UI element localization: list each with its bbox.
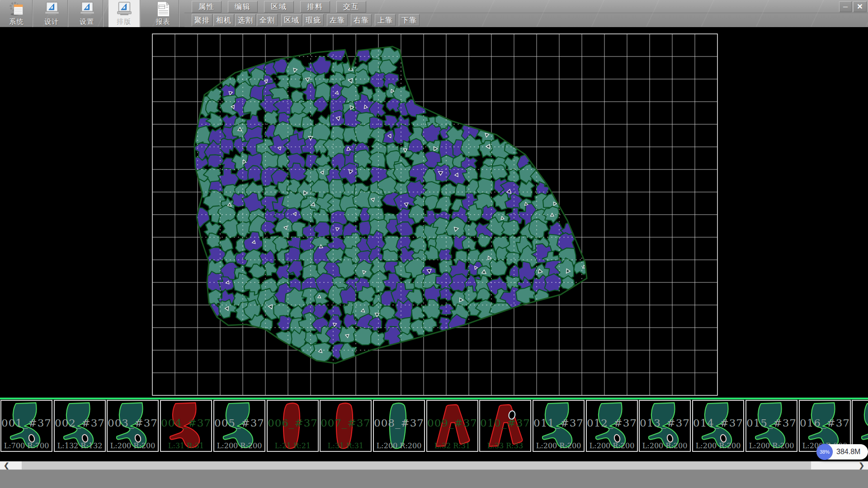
memory-usage-badge[interactable]: 38% 384.8M (816, 444, 868, 460)
nesting-canvas[interactable] (0, 27, 868, 398)
thumbnail-cell-14[interactable]: 014_#37 L:200 R:200 (692, 400, 744, 452)
menu-button-properties[interactable]: 属性 (192, 1, 222, 13)
thumbnail-cell-15[interactable]: 015_#37 L:200 R:200 (745, 400, 797, 452)
thumbnail-cell-5[interactable]: 005_#37 L:200 R:200 (213, 400, 265, 452)
piece-shape-icon (6, 401, 47, 451)
nesting-icon (116, 1, 133, 17)
piece-shape-icon (592, 401, 632, 451)
app-tab-label: 报表 (147, 18, 179, 26)
thumbnail-cell-11[interactable]: 011_#37 L:200 R:200 (533, 400, 585, 452)
tool-button-cut-all[interactable]: 全割 (257, 14, 278, 26)
app-tab-label: 系统 (1, 18, 32, 26)
piece-shape-icon (60, 401, 100, 451)
thumbnail-cell-4[interactable]: 004_#37 L:31 R:31 (160, 400, 212, 452)
thumbnail-cell-2[interactable]: 002_#37 L:132 R:132 (54, 400, 106, 452)
app-tab-report[interactable]: 报表 (147, 0, 179, 27)
tool-button-cluster-nest[interactable]: 聚排 (192, 14, 212, 26)
status-bar (0, 469, 868, 488)
piece-shape-icon (432, 401, 473, 451)
tool-button-defect[interactable]: 瑕疵 (303, 14, 324, 26)
thumbnail-cell-6[interactable]: 006_#37 L:21 R:21 (267, 400, 319, 452)
tool-button-snap-bottom[interactable]: 下靠 (399, 14, 420, 26)
piece-shape-icon (326, 401, 366, 451)
percent-indicator: 38% (816, 444, 833, 460)
thumbnail-cell-13[interactable]: 013_#37 L:200 R:200 (639, 400, 691, 452)
app-tab-nesting[interactable]: 排版 (108, 0, 140, 27)
thumbnail-cell-7[interactable]: 007_#37 L:31 R:31 (320, 400, 372, 452)
scrollbar-thumb[interactable] (22, 461, 811, 469)
piece-thumbnail-strip: 001_#37 L:700 R:700 002_#37 L:132 R:132 … (0, 399, 868, 453)
piece-shape-icon (698, 401, 739, 451)
horizontal-scrollbar[interactable]: ❮ ❯ (0, 461, 868, 469)
tool-button-camera[interactable]: 相机 (213, 14, 234, 26)
piece-shape-icon (645, 401, 685, 451)
app-tab-design[interactable]: 设计 (36, 0, 68, 27)
menu-button-interact[interactable]: 交互 (336, 1, 366, 13)
menu-button-region[interactable]: 区域 (264, 1, 294, 13)
app-tab-label: 设置 (71, 18, 103, 26)
app-tab-label: 设计 (36, 18, 67, 26)
piece-shape-icon (113, 401, 153, 451)
thumbnail-cell-1[interactable]: 001_#37 L:700 R:700 (0, 400, 52, 452)
report-icon (155, 1, 172, 17)
tool-button-select-cut[interactable]: 选割 (235, 14, 256, 26)
tool-button-snap-right[interactable]: 右靠 (351, 14, 372, 26)
title-toolbar: 系统 设计 设置 排版 报表 属性编辑区域排料交互 聚排相机选割全割区域瑕疵左靠… (0, 0, 868, 27)
tool-button-snap-top[interactable]: 上靠 (375, 14, 396, 26)
piece-shape-icon (538, 401, 579, 451)
app-tab-settings[interactable]: 设置 (71, 0, 103, 27)
menu-button-nesting[interactable]: 排料 (300, 1, 330, 13)
piece-shape-icon (379, 401, 420, 451)
close-button[interactable]: ✕ (853, 1, 867, 12)
app-tab-label: 排版 (108, 18, 140, 26)
scroll-right-arrow-icon[interactable]: ❯ (846, 461, 868, 469)
piece-shape-icon (858, 401, 868, 451)
settings-icon (79, 1, 96, 17)
nesting-layout-svg (0, 27, 868, 398)
tool-button-snap-left[interactable]: 左靠 (327, 14, 348, 26)
design-icon (43, 1, 61, 17)
system-icon (8, 1, 25, 17)
thumbnail-cell-9[interactable]: 009_#37 L:32 R:31 (426, 400, 478, 452)
scroll-left-arrow-icon[interactable]: ❮ (0, 461, 22, 469)
thumbnail-cell-8[interactable]: 008_#37 L:200 R:200 (373, 400, 425, 452)
menu-button-edit[interactable]: 编辑 (228, 1, 258, 13)
thumbnail-cell-10[interactable]: 010_#37 L:33 R:33 (479, 400, 531, 452)
thumbnail-cell-12[interactable]: 012_#37 L:200 R:200 (586, 400, 638, 452)
tool-button-region[interactable]: 区域 (281, 14, 302, 26)
piece-shape-icon (485, 401, 526, 451)
memory-size-label: 384.8M (836, 444, 860, 460)
piece-shape-icon (219, 401, 260, 451)
piece-shape-icon (166, 401, 207, 451)
minimize-button[interactable]: ─ (839, 1, 852, 12)
app-tab-system[interactable]: 系统 (1, 0, 33, 27)
piece-shape-icon (273, 401, 313, 451)
piece-shape-icon (751, 401, 792, 451)
thumbnail-cell-3[interactable]: 003_#37 L:200 R:200 (107, 400, 159, 452)
